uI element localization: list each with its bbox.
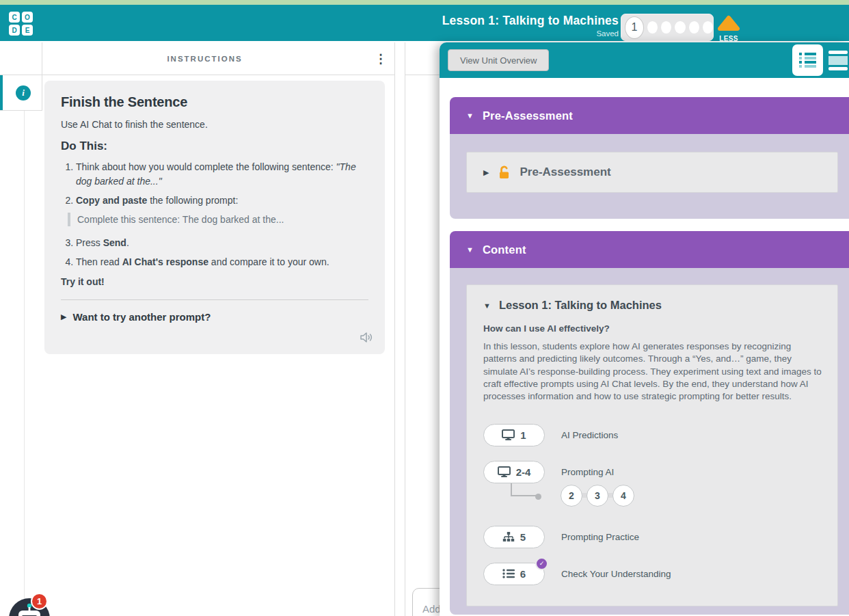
level-label: Check Your Understanding bbox=[561, 569, 671, 579]
view-unit-overview-button[interactable]: View Unit Overview bbox=[448, 49, 549, 71]
instructions-header-bar: INSTRUCTIONS ⋮ bbox=[0, 42, 394, 75]
less-label: LESS bbox=[715, 35, 742, 42]
steps-list-continued: Press Send. Then read AI Chat's response… bbox=[61, 236, 368, 269]
step-item: Copy and paste the following prompt: bbox=[76, 193, 368, 208]
saved-status: Saved bbox=[442, 29, 619, 38]
active-tab-indicator bbox=[0, 75, 3, 110]
sub-level-row: 2 3 4 bbox=[483, 482, 821, 512]
kebab-menu-icon[interactable]: ⋮ bbox=[367, 51, 394, 66]
pre-assessment-section-header[interactable]: ▼ Pre-Assessment bbox=[450, 97, 849, 134]
level-row: 6 ✓ Check Your Understanding bbox=[483, 563, 821, 585]
unlocked-padlock-icon bbox=[497, 165, 511, 180]
lesson-card-title: Lesson 1: Talking to Machines bbox=[499, 299, 662, 312]
connector-dot bbox=[535, 494, 541, 500]
tab-rail-header-cell bbox=[0, 42, 42, 75]
logo-letter: E bbox=[22, 25, 33, 36]
detail-view-toggle[interactable] bbox=[826, 44, 849, 76]
level-bubble[interactable] bbox=[703, 21, 713, 34]
level-label: Prompting AI bbox=[561, 467, 614, 477]
connector-line bbox=[511, 482, 537, 496]
level-progress-pill: 1 bbox=[621, 14, 714, 41]
code-org-logo[interactable]: C O D E bbox=[9, 12, 33, 36]
triangle-down-icon: ▼ bbox=[466, 245, 474, 254]
section-content: ▼ Content ▼ Lesson 1: Talking to Machine… bbox=[450, 231, 849, 615]
level-pill-5[interactable]: 5 bbox=[483, 526, 545, 548]
speaker-icon bbox=[360, 332, 374, 343]
level-bubble-current[interactable]: 1 bbox=[625, 16, 644, 39]
section-pre-assessment: ▼ Pre-Assessment ▶ Pre-Assessment bbox=[450, 97, 849, 219]
expandable-label: Want to try another prompt? bbox=[72, 311, 211, 323]
level-bubble[interactable] bbox=[675, 21, 685, 34]
logo-letter: C bbox=[9, 12, 20, 23]
tab-rail-divider bbox=[24, 111, 25, 616]
level-pill-1[interactable]: 1 bbox=[483, 424, 545, 446]
instructions-title: Finish the Sentence bbox=[61, 94, 368, 110]
triangle-down-icon: ▼ bbox=[483, 302, 491, 310]
instructions-intro: Use AI Chat to finish the sentence. bbox=[61, 119, 368, 130]
instructions-card: Finish the Sentence Use AI Chat to finis… bbox=[44, 81, 385, 354]
try-it-out-text: Try it out! bbox=[61, 276, 368, 287]
text-to-speech-button[interactable] bbox=[360, 332, 374, 346]
level-row: 2-4 Prompting AI bbox=[483, 461, 821, 483]
list-view-icon bbox=[799, 51, 816, 69]
section-title: Content bbox=[483, 243, 526, 256]
drawer-header: View Unit Overview bbox=[440, 42, 849, 78]
section-title: Pre-Assessment bbox=[483, 109, 573, 122]
info-icon: i bbox=[16, 85, 31, 101]
instructions-panel: INSTRUCTIONS ⋮ i Finish the Sentence Use… bbox=[0, 42, 395, 616]
notification-badge: 1 bbox=[31, 593, 48, 610]
level-bubble[interactable] bbox=[647, 21, 658, 34]
level-label: AI Predictions bbox=[561, 430, 618, 440]
content-section-header[interactable]: ▼ Content bbox=[450, 231, 849, 268]
step-item: Then read AI Chat's response and compare… bbox=[76, 255, 368, 269]
lesson-title-block: Lesson 1: Talking to Machines Saved bbox=[442, 14, 619, 38]
sub-level-bubble-4[interactable]: 4 bbox=[612, 485, 634, 507]
triangle-right-icon: ▶ bbox=[61, 312, 66, 321]
top-accent-strip bbox=[0, 0, 849, 5]
level-bubble[interactable] bbox=[661, 21, 671, 34]
level-list: 1 AI Predictions 2-4 bbox=[483, 424, 821, 585]
steps-list: Think about how you would complete the f… bbox=[61, 160, 368, 208]
lesson-overview-drawer: View Unit Overview ▼ Pre-Assessment ▶ bbox=[440, 42, 849, 616]
expandable-another-prompt[interactable]: ▶ Want to try another prompt? bbox=[61, 311, 368, 323]
triangle-right-icon: ▶ bbox=[483, 168, 489, 177]
instructions-heading: INSTRUCTIONS bbox=[42, 55, 367, 63]
logo-letter: D bbox=[9, 25, 20, 36]
level-row: 1 AI Predictions bbox=[483, 424, 821, 446]
lesson-card-title-row[interactable]: ▼ Lesson 1: Talking to Machines bbox=[483, 299, 821, 312]
detail-view-icon bbox=[828, 51, 848, 54]
sitemap-icon bbox=[502, 532, 515, 542]
check-icon: ✓ bbox=[539, 560, 545, 567]
lesson-question: How can I use AI effectively? bbox=[483, 323, 821, 334]
lesson-description: In this lesson, students explore how AI … bbox=[483, 340, 825, 403]
lesson-title: Lesson 1: Talking to Machines bbox=[442, 14, 619, 28]
step-item: Press Send. bbox=[76, 236, 368, 250]
divider bbox=[61, 299, 368, 300]
pre-assessment-item[interactable]: ▶ Pre-Assessment bbox=[466, 152, 838, 193]
content-section-body: ▼ Lesson 1: Talking to Machines How can … bbox=[450, 268, 849, 615]
triangle-down-icon: ▼ bbox=[466, 111, 474, 120]
app-header: C O D E Lesson 1: Talking to Machines Sa… bbox=[0, 5, 849, 41]
level-pill-2-4[interactable]: 2-4 bbox=[483, 461, 545, 483]
checklist-icon bbox=[502, 569, 515, 578]
level-label: Prompting Practice bbox=[561, 532, 639, 542]
triangle-up-icon bbox=[717, 15, 740, 31]
lesson-card: ▼ Lesson 1: Talking to Machines How can … bbox=[466, 284, 838, 606]
tab-instructions-info[interactable]: i bbox=[0, 75, 42, 111]
do-this-heading: Do This: bbox=[61, 139, 368, 153]
completed-check-badge: ✓ bbox=[535, 557, 548, 570]
sub-level-bubble-2[interactable]: 2 bbox=[561, 485, 582, 507]
level-row: 5 Prompting Practice bbox=[483, 526, 821, 548]
pre-assessment-item-label: Pre-Assessment bbox=[520, 165, 610, 179]
logo-letter: O bbox=[22, 12, 33, 23]
step-item: Think about how you would complete the f… bbox=[76, 160, 368, 189]
monitor-icon bbox=[498, 466, 511, 477]
pre-assessment-section-body: ▶ Pre-Assessment bbox=[450, 134, 849, 219]
monitor-icon bbox=[502, 429, 515, 440]
level-bubble[interactable] bbox=[689, 21, 699, 34]
sub-level-bubble-3[interactable]: 3 bbox=[587, 485, 608, 507]
list-view-toggle[interactable] bbox=[792, 44, 823, 76]
collapse-less-button[interactable]: LESS bbox=[715, 15, 742, 42]
prompt-blockquote: Complete this sentence: The dog barked a… bbox=[68, 213, 368, 226]
